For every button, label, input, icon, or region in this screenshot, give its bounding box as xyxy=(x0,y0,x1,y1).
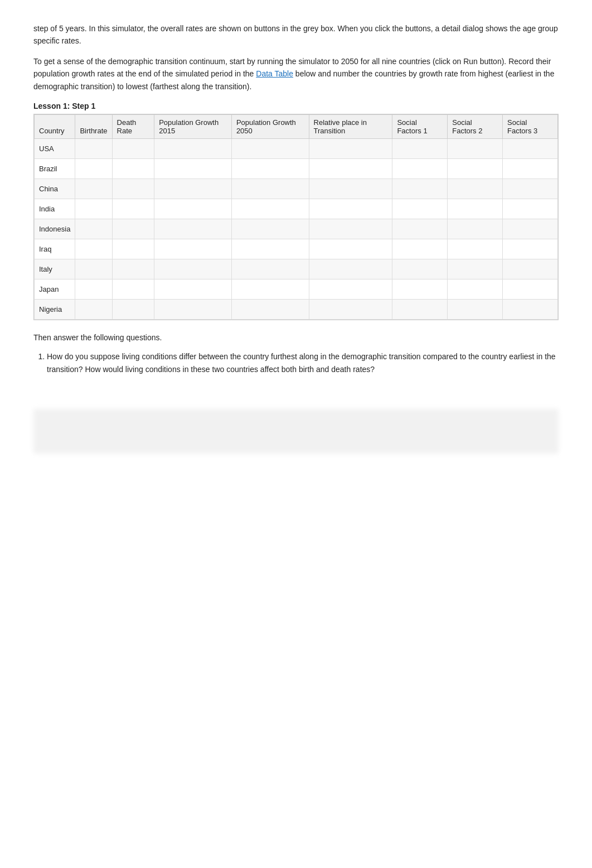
col-pop-growth-2050: Population Growth 2050 xyxy=(231,114,309,138)
cell-data[interactable] xyxy=(309,259,392,279)
cell-data[interactable] xyxy=(392,219,448,239)
cell-data[interactable] xyxy=(503,279,558,299)
cell-data[interactable] xyxy=(75,179,112,199)
cell-data[interactable] xyxy=(392,279,448,299)
table-header-row: Country Birthrate Death Rate Population … xyxy=(35,114,558,138)
questions-section: Then answer the following questions. How… xyxy=(33,331,559,375)
cell-data[interactable] xyxy=(154,158,232,179)
cell-data[interactable] xyxy=(448,219,503,239)
cell-data[interactable] xyxy=(448,158,503,179)
cell-data[interactable] xyxy=(392,158,448,179)
cell-data[interactable] xyxy=(309,299,392,319)
cell-data[interactable] xyxy=(503,158,558,179)
cell-data[interactable] xyxy=(448,199,503,219)
cell-data[interactable] xyxy=(231,239,309,259)
cell-data[interactable] xyxy=(503,239,558,259)
cell-country: Iraq xyxy=(35,239,75,259)
cell-data[interactable] xyxy=(503,179,558,199)
cell-data[interactable] xyxy=(231,219,309,239)
cell-data[interactable] xyxy=(448,259,503,279)
table-row: China xyxy=(35,179,558,199)
cell-country: Indonesia xyxy=(35,219,75,239)
table-row: Nigeria xyxy=(35,299,558,319)
table-row: India xyxy=(35,199,558,219)
questions-intro: Then answer the following questions. xyxy=(33,331,559,344)
cell-data[interactable] xyxy=(231,259,309,279)
cell-data[interactable] xyxy=(112,279,154,299)
cell-data[interactable] xyxy=(503,219,558,239)
cell-data[interactable] xyxy=(112,179,154,199)
cell-country: USA xyxy=(35,138,75,158)
question-1-text: How do you suppose living conditions dif… xyxy=(47,352,556,373)
col-social-factors-3: Social Factors 3 xyxy=(503,114,558,138)
cell-data[interactable] xyxy=(448,299,503,319)
cell-data[interactable] xyxy=(112,239,154,259)
cell-data[interactable] xyxy=(392,199,448,219)
table-row: Iraq xyxy=(35,239,558,259)
cell-data[interactable] xyxy=(392,138,448,158)
cell-data[interactable] xyxy=(309,199,392,219)
cell-data[interactable] xyxy=(448,239,503,259)
cell-data[interactable] xyxy=(75,259,112,279)
cell-data[interactable] xyxy=(112,259,154,279)
cell-data[interactable] xyxy=(309,239,392,259)
cell-data[interactable] xyxy=(112,299,154,319)
cell-data[interactable] xyxy=(231,199,309,219)
cell-data[interactable] xyxy=(392,299,448,319)
cell-data[interactable] xyxy=(154,239,232,259)
cell-data[interactable] xyxy=(503,138,558,158)
cell-data[interactable] xyxy=(448,138,503,158)
cell-data[interactable] xyxy=(154,219,232,239)
col-social-factors-2: Social Factors 2 xyxy=(448,114,503,138)
cell-data[interactable] xyxy=(231,158,309,179)
cell-data[interactable] xyxy=(503,259,558,279)
col-social-factors-1: Social Factors 1 xyxy=(392,114,448,138)
cell-data[interactable] xyxy=(448,179,503,199)
cell-data[interactable] xyxy=(75,279,112,299)
cell-data[interactable] xyxy=(309,138,392,158)
cell-data[interactable] xyxy=(112,138,154,158)
cell-data[interactable] xyxy=(392,259,448,279)
cell-data[interactable] xyxy=(112,219,154,239)
col-birthrate: Birthrate xyxy=(75,114,112,138)
cell-data[interactable] xyxy=(75,219,112,239)
cell-data[interactable] xyxy=(231,179,309,199)
col-country: Country xyxy=(35,114,75,138)
table-row: USA xyxy=(35,138,558,158)
cell-data[interactable] xyxy=(231,279,309,299)
cell-data[interactable] xyxy=(309,158,392,179)
cell-data[interactable] xyxy=(392,179,448,199)
cell-data[interactable] xyxy=(112,199,154,219)
cell-data[interactable] xyxy=(154,179,232,199)
intro-paragraph-2: To get a sense of the demographic transi… xyxy=(33,55,559,93)
cell-data[interactable] xyxy=(154,299,232,319)
cell-data[interactable] xyxy=(392,239,448,259)
cell-data[interactable] xyxy=(75,239,112,259)
cell-data[interactable] xyxy=(448,279,503,299)
cell-data[interactable] xyxy=(154,279,232,299)
cell-data[interactable] xyxy=(231,138,309,158)
cell-data[interactable] xyxy=(503,199,558,219)
cell-data[interactable] xyxy=(75,199,112,219)
cell-data[interactable] xyxy=(154,199,232,219)
cell-data[interactable] xyxy=(309,179,392,199)
cell-data[interactable] xyxy=(309,279,392,299)
col-death-rate: Death Rate xyxy=(112,114,154,138)
table-row: Brazil xyxy=(35,158,558,179)
cell-country: Brazil xyxy=(35,158,75,179)
cell-country: Nigeria xyxy=(35,299,75,319)
data-table-link[interactable]: Data Table xyxy=(256,69,293,78)
data-table-container: Country Birthrate Death Rate Population … xyxy=(33,114,559,320)
cell-country: Italy xyxy=(35,259,75,279)
cell-data[interactable] xyxy=(112,158,154,179)
cell-data[interactable] xyxy=(231,299,309,319)
cell-data[interactable] xyxy=(75,158,112,179)
col-relative-place: Relative place in Transition xyxy=(309,114,392,138)
cell-data[interactable] xyxy=(154,259,232,279)
cell-data[interactable] xyxy=(154,138,232,158)
cell-data[interactable] xyxy=(503,299,558,319)
cell-data[interactable] xyxy=(309,219,392,239)
cell-data[interactable] xyxy=(75,299,112,319)
cell-data[interactable] xyxy=(75,138,112,158)
table-row: Indonesia xyxy=(35,219,558,239)
